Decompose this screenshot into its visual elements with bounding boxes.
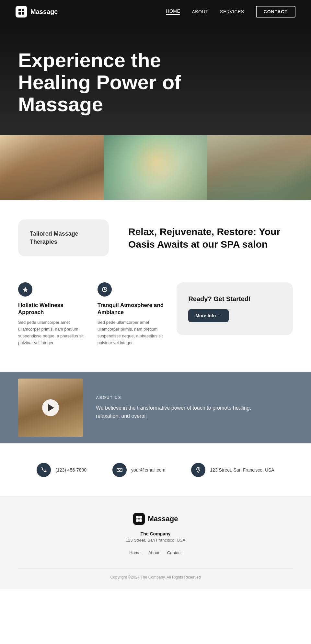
feature-desc-1: Sed pede ullamcorper amet ullamcorper pr… (18, 319, 85, 346)
more-info-button[interactable]: More Info → (188, 309, 229, 322)
feature-title-2: Tranquil Atmosphere and Ambiance (98, 302, 164, 316)
footer-links: Home About Contact (18, 550, 293, 555)
svg-rect-10 (139, 516, 142, 519)
footer-link-about[interactable]: About (148, 550, 159, 555)
svg-rect-11 (136, 519, 139, 522)
logo-text: Massage (30, 8, 58, 16)
contact-address: 123 Street, San Francisco, USA (210, 467, 274, 473)
svg-rect-1 (22, 9, 24, 11)
contact-button[interactable]: CONTACT (256, 6, 295, 18)
about-text: We believe in the transformative power o… (96, 404, 258, 420)
about-content: ABOUT US We believe in the transformativ… (83, 386, 271, 430)
tagline-text: Relax, Rejuvenate, Restore: Your Oasis A… (128, 225, 293, 251)
feature-icon-1 (18, 282, 32, 297)
feature-desc-2: Sed pede ullamcorper amet ullamcorper pr… (98, 319, 164, 346)
hero-section: Experience the Healing Power of Massage (0, 23, 311, 135)
footer-logo-text: Massage (148, 515, 178, 523)
feature-card-1: Holistic Wellness Approach Sed pede ulla… (18, 282, 85, 346)
svg-rect-3 (22, 12, 24, 15)
footer-company: The Company (18, 531, 293, 536)
features-section: Holistic Wellness Approach Sed pede ulla… (0, 276, 311, 366)
contact-info-section: (123) 456-7890 your@email.com 123 Street… (0, 443, 311, 497)
navbar: Massage HOME ABOUT SERVICES CONTACT (0, 0, 311, 23)
svg-rect-9 (136, 516, 139, 519)
tagline-section: Tailored Massage Therapies Relax, Rejuve… (0, 200, 311, 276)
feature-icon-2 (98, 282, 112, 297)
contact-phone-item: (123) 456-7890 (37, 463, 86, 477)
footer-logo-icon (133, 513, 145, 525)
footer-link-contact[interactable]: Contact (167, 550, 182, 555)
svg-line-6 (105, 289, 106, 290)
footer-logo: Massage (18, 513, 293, 525)
about-section: ABOUT US We believe in the transformativ… (0, 372, 311, 443)
email-icon (112, 463, 127, 477)
nav-about[interactable]: ABOUT (192, 9, 208, 14)
about-label: ABOUT US (96, 395, 258, 400)
contact-phone: (123) 456-7890 (55, 467, 86, 473)
footer-address: 123 Street, San Francisco, USA (18, 538, 293, 543)
logo[interactable]: Massage (16, 6, 58, 18)
contact-email: your@email.com (131, 467, 165, 473)
nav-services[interactable]: SERVICES (220, 9, 244, 14)
about-video-thumbnail[interactable] (18, 379, 83, 437)
contact-email-item: your@email.com (112, 463, 165, 477)
svg-point-8 (198, 468, 199, 470)
cta-card: Ready? Get Started! More Info → (177, 282, 293, 335)
image-strip (0, 135, 311, 200)
svg-rect-2 (18, 12, 21, 15)
hero-image-3 (207, 135, 311, 200)
cta-title: Ready? Get Started! (188, 295, 281, 303)
phone-icon (37, 463, 51, 477)
nav-home[interactable]: HOME (166, 8, 180, 15)
tagline-badge: Tailored Massage Therapies (18, 219, 109, 256)
footer-copyright: Copyright ©2024 The Company. All Rights … (18, 568, 293, 580)
footer-link-home[interactable]: Home (129, 550, 141, 555)
nav-links: HOME ABOUT SERVICES CONTACT (166, 6, 295, 18)
hero-image-2 (104, 135, 207, 200)
hero-image-1 (0, 135, 104, 200)
location-icon (191, 463, 205, 477)
feature-title-1: Holistic Wellness Approach (18, 302, 85, 316)
svg-rect-12 (139, 519, 142, 522)
play-button[interactable] (42, 399, 59, 416)
logo-icon (16, 6, 27, 18)
feature-card-2: Tranquil Atmosphere and Ambiance Sed ped… (98, 282, 164, 346)
hero-title: Experience the Healing Power of Massage (18, 49, 200, 116)
svg-rect-0 (18, 9, 21, 11)
contact-address-item: 123 Street, San Francisco, USA (191, 463, 274, 477)
footer: Massage The Company 123 Street, San Fran… (0, 497, 311, 589)
